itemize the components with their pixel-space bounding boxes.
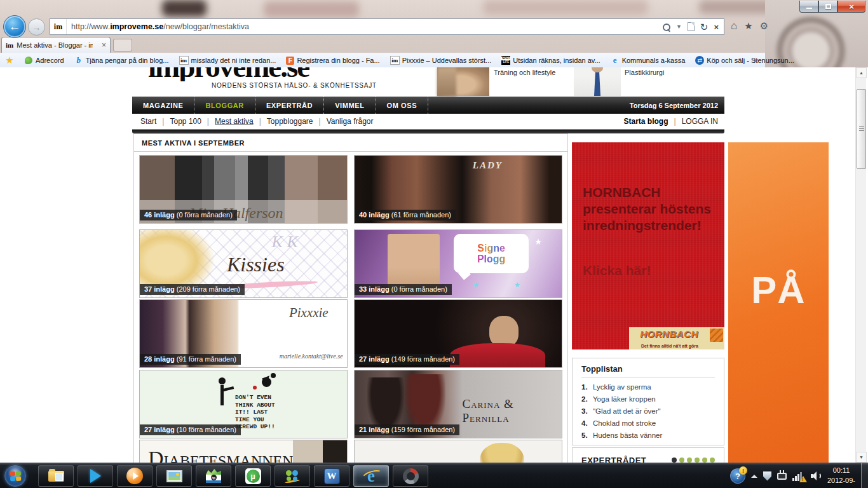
settings-gear-icon[interactable]: ⚙ bbox=[760, 20, 768, 32]
new-tab-button[interactable] bbox=[113, 39, 132, 51]
blog-post-count: 46 inlägg (0 förra månaden) bbox=[140, 210, 237, 220]
add-favorite-icon[interactable]: ★ bbox=[5, 56, 14, 65]
show-desktop-button[interactable] bbox=[861, 463, 868, 488]
back-button[interactable]: ← bbox=[3, 15, 26, 38]
favorites-item-pixxxie[interactable]: im Pixxxie – Uddevallas störst... bbox=[390, 56, 492, 65]
network-signal-icon[interactable] bbox=[792, 471, 805, 481]
taskbar-button-utorrent[interactable]: µ bbox=[235, 465, 271, 487]
dot[interactable] bbox=[702, 458, 707, 463]
nav-item-magazine[interactable]: MAGAZINE bbox=[132, 97, 194, 114]
nav-item-expertrad[interactable]: EXPERTRÅD bbox=[255, 97, 324, 114]
favorites-item-misslady[interactable]: im misslady det ni inte redan... bbox=[179, 56, 276, 65]
blog-card-blond[interactable] bbox=[354, 440, 562, 463]
header-photo-plastikkirurgi[interactable] bbox=[574, 67, 621, 96]
favorites-item-registrera[interactable]: F Registrera din blogg - Fa... bbox=[286, 57, 379, 65]
topplistan-box: Topplistan 1.Lycklig av sperma 2.Yoga lä… bbox=[572, 358, 724, 445]
scroll-down-arrow[interactable]: ▼ bbox=[856, 452, 867, 463]
power-plug-icon[interactable] bbox=[777, 473, 787, 480]
taskbar-button-app[interactable] bbox=[393, 465, 428, 487]
blog-card-lady[interactable]: LADY 40 inlägg (61 förra månaden) bbox=[354, 155, 562, 224]
scroll-up-arrow[interactable]: ▲ bbox=[856, 67, 867, 78]
dot[interactable] bbox=[695, 458, 700, 463]
orange-banner-ad[interactable]: PÅ bbox=[728, 142, 829, 463]
nav-item-om-oss[interactable]: OM OSS bbox=[376, 97, 429, 114]
scrollbar-thumb[interactable] bbox=[857, 89, 866, 169]
header-label-plastikkirurgi[interactable]: Plastikkirurgi bbox=[625, 69, 664, 76]
blog-card-carina-pernilla[interactable]: Carina & Pernilla 21 inlägg (159 förra m… bbox=[354, 370, 562, 438]
favorites-item-adrecord[interactable]: Adrecord bbox=[24, 56, 64, 65]
favorites-overflow-chevron[interactable]: » bbox=[754, 56, 758, 65]
subnav-item-vanliga-fragor[interactable]: Vanliga frågor bbox=[321, 117, 379, 126]
volume-icon[interactable] bbox=[811, 471, 822, 481]
site-logo[interactable]: improveme.se bbox=[148, 67, 434, 81]
favorites-item-utsidan[interactable]: SPOTLIFE Utsidan räknas, insidan av... bbox=[501, 56, 600, 65]
header-label-training[interactable]: Träning och lifestyle bbox=[494, 69, 555, 76]
favorites-star-icon[interactable]: ★ bbox=[744, 20, 752, 32]
dot[interactable] bbox=[710, 458, 715, 463]
taskbar-button-internet-explorer[interactable]: e bbox=[353, 465, 389, 487]
taskbar-button-explorer[interactable] bbox=[38, 465, 74, 487]
show-hidden-icons-chevron[interactable] bbox=[751, 475, 757, 478]
list-item[interactable]: 1.Lycklig av sperma bbox=[581, 381, 715, 393]
blog-card-red-shirt-man[interactable]: 27 inlägg (149 förra månaden) bbox=[354, 299, 562, 368]
search-icon[interactable] bbox=[662, 23, 670, 31]
list-item[interactable]: 5.Hudens bästa vänner bbox=[581, 430, 715, 442]
dot[interactable] bbox=[687, 458, 692, 463]
taskbar-button-messenger[interactable] bbox=[275, 465, 310, 487]
subnav-item-topp100[interactable]: Topp 100 bbox=[164, 117, 207, 126]
blog-card-pixxxie[interactable]: Pixxxie marielle.kontakt@live.se 28 inlä… bbox=[139, 299, 348, 368]
dot[interactable] bbox=[679, 458, 684, 463]
list-item[interactable]: 3."Glad att det är över" bbox=[581, 405, 715, 417]
nav-item-bloggar[interactable]: BLOGGAR bbox=[194, 97, 255, 114]
hornbach-logo: HORNBACH Det finns alltid nå't att göra bbox=[629, 327, 724, 349]
chevron-down-icon[interactable]: ▼ bbox=[676, 24, 682, 30]
hornbach-ad[interactable]: HORNBACH presenterar höstens inredningst… bbox=[572, 142, 724, 349]
favorites-item-tjana-pengar[interactable]: b Tjäna pengar på din blog... bbox=[74, 56, 169, 65]
taskbar-button-media-player[interactable] bbox=[117, 465, 153, 487]
ad-cta[interactable]: Klicka här! bbox=[583, 263, 651, 278]
favorites-item-kommunals[interactable]: e Kommunals a-kassa bbox=[611, 56, 686, 65]
refresh-icon[interactable]: ↻ bbox=[700, 22, 709, 32]
messenger-icon bbox=[284, 469, 301, 483]
restore-button[interactable] bbox=[818, 1, 837, 13]
browser-tab[interactable]: im Mest aktiva - Bloggar - imp... × bbox=[1, 37, 111, 53]
taskbar-button-word[interactable]: W bbox=[314, 465, 349, 487]
close-button[interactable]: × bbox=[837, 1, 865, 13]
cupid-icon bbox=[262, 377, 271, 387]
taskbar-button-hp[interactable]: hp bbox=[196, 465, 231, 487]
starta-blogg-link[interactable]: Starta blogg bbox=[618, 117, 674, 126]
list-item[interactable]: 2.Yoga läker kroppen bbox=[581, 393, 715, 405]
vertical-scrollbar[interactable]: ▲ ▼ bbox=[855, 67, 866, 463]
list-item[interactable]: 4.Choklad mot stroke bbox=[581, 417, 715, 430]
taskbar-button-photo-viewer[interactable] bbox=[156, 465, 192, 487]
desktop-blur bbox=[483, 0, 648, 15]
taskbar-button-media-play[interactable] bbox=[78, 465, 113, 487]
subnav-item-mest-aktiva[interactable]: Mest aktiva bbox=[209, 117, 259, 126]
taskbar-clock[interactable]: 00:11 2012-09-06 bbox=[824, 465, 859, 488]
subnav-item-toppbloggare[interactable]: Toppbloggare bbox=[261, 117, 319, 126]
nav-item-vimmel[interactable]: VIMMEL bbox=[324, 97, 376, 114]
tab-close-icon[interactable]: × bbox=[102, 41, 106, 50]
action-center-icon[interactable]: ? bbox=[730, 468, 745, 484]
blog-card-miss-halferson[interactable]: Miss Halferson 46 inlägg (0 förra månade… bbox=[139, 155, 348, 224]
home-icon[interactable]: ⌂ bbox=[731, 20, 737, 32]
header-photo-training[interactable] bbox=[437, 67, 489, 96]
minimize-button[interactable] bbox=[799, 1, 818, 13]
favorites-item-kop-salj[interactable]: ⇄ Köp och sälj - Stenungsun... bbox=[695, 56, 794, 65]
blog-card-kissies[interactable]: K K Kissies 37 inlägg (209 förra månaden… bbox=[139, 229, 348, 298]
favorites-item-label: Registrera din blogg - Fa... bbox=[297, 57, 379, 64]
ad-text: PÅ bbox=[728, 268, 829, 312]
blog-card-cupid[interactable]: DON'T EVEN THINK ABOUT IT!! LAST TIME YO… bbox=[139, 370, 348, 438]
address-bar[interactable]: im http://www.improveme.se/new/bloggar/m… bbox=[50, 18, 724, 35]
logga-in-link[interactable]: LOGGA IN bbox=[676, 117, 722, 126]
security-shield-icon[interactable] bbox=[763, 471, 771, 481]
start-button[interactable] bbox=[4, 465, 26, 487]
dot-active[interactable] bbox=[672, 458, 677, 463]
forward-button[interactable]: → bbox=[28, 18, 45, 36]
blog-post-count: 37 inlägg (209 förra månaden) bbox=[140, 284, 245, 295]
blog-card-signe-plogg[interactable]: ★ ★ Signe Plogg ★ ★ 33 inlägg (0 förra m… bbox=[354, 229, 562, 298]
subnav-item-start[interactable]: Start bbox=[132, 117, 162, 126]
stop-icon[interactable]: × bbox=[714, 23, 719, 31]
compatibility-view-icon[interactable] bbox=[688, 22, 695, 31]
blog-card-diabetesmannen[interactable]: Diabetesmannen bbox=[139, 440, 348, 463]
